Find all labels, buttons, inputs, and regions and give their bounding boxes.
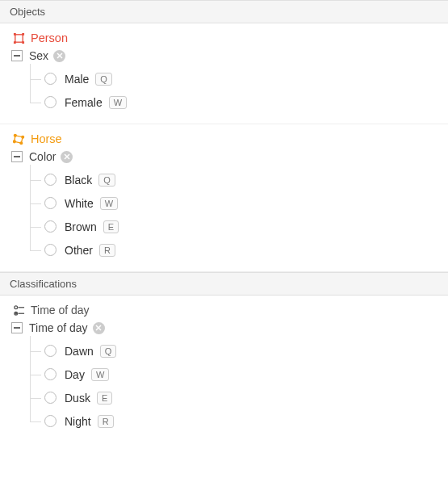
hotkey-badge: R: [98, 415, 114, 428]
svg-rect-3: [13, 41, 15, 44]
object-horse: Horse Color Black Q White W Brown E Othe…: [0, 124, 448, 272]
hotkey-badge: E: [103, 220, 119, 233]
radio-icon[interactable]: [44, 415, 57, 427]
hotkey-badge: W: [109, 96, 127, 109]
option-male[interactable]: Male Q: [44, 67, 437, 90]
clear-icon[interactable]: [61, 151, 73, 163]
object-title-row[interactable]: Horse: [11, 132, 437, 145]
radio-icon[interactable]: [44, 244, 57, 256]
classification-title-row[interactable]: Time of day: [11, 304, 437, 317]
option-other[interactable]: Other R: [44, 238, 437, 262]
option-day[interactable]: Day W: [44, 363, 437, 386]
classification-name: Time of day: [31, 304, 90, 317]
radio-icon: [11, 304, 26, 317]
radio-icon[interactable]: [44, 197, 57, 209]
option-label: Brown: [65, 220, 97, 233]
attribute-row: Time of day: [11, 321, 437, 334]
radio-icon[interactable]: [44, 73, 57, 85]
option-label: Black: [65, 174, 92, 187]
clear-icon[interactable]: [93, 322, 105, 334]
option-dawn[interactable]: Dawn Q: [44, 339, 437, 363]
hotkey-badge: R: [99, 244, 115, 257]
collapse-toggle[interactable]: [11, 50, 23, 61]
option-label: Day: [65, 368, 85, 381]
radio-icon[interactable]: [44, 174, 57, 186]
attribute-row: Color: [11, 150, 437, 163]
attribute-row: Sex: [11, 49, 437, 62]
svg-point-9: [21, 136, 23, 138]
collapse-toggle[interactable]: [11, 151, 23, 162]
hotkey-badge: Q: [98, 174, 115, 187]
objects-section-header: Objects: [0, 0, 448, 23]
option-label: Dawn: [65, 345, 94, 358]
object-name: Horse: [31, 132, 62, 145]
object-name: Person: [31, 31, 68, 44]
svg-point-11: [13, 140, 15, 142]
svg-rect-2: [22, 32, 24, 35]
option-dusk[interactable]: Dusk E: [44, 386, 437, 409]
option-label: White: [65, 197, 94, 210]
classifications-section-header: Classifications: [0, 272, 448, 296]
hotkey-badge: W: [100, 197, 118, 210]
svg-point-14: [14, 305, 17, 308]
radio-icon[interactable]: [44, 392, 57, 404]
hotkey-badge: Q: [95, 73, 112, 86]
option-list: Dawn Q Day W Dusk E Night R: [15, 336, 437, 433]
option-label: Night: [65, 415, 91, 428]
object-title-row[interactable]: Person: [11, 31, 437, 44]
polygon-icon: [11, 133, 26, 145]
option-female[interactable]: Female W: [44, 90, 437, 114]
svg-point-17: [15, 312, 17, 314]
classifications-header-label: Classifications: [10, 278, 77, 290]
bbox-icon: [11, 32, 26, 44]
option-black[interactable]: Black Q: [44, 168, 437, 191]
option-white[interactable]: White W: [44, 191, 437, 215]
option-label: Male: [65, 73, 89, 86]
option-list: Black Q White W Brown E Other R: [15, 165, 437, 262]
radio-icon[interactable]: [44, 368, 57, 380]
option-label: Female: [65, 96, 103, 109]
radio-icon[interactable]: [44, 96, 57, 108]
radio-icon[interactable]: [44, 220, 57, 233]
classification-timeofday: Time of day Time of day Dawn Q Day W Dus…: [0, 296, 448, 442]
attribute-name: Color: [29, 150, 56, 163]
svg-rect-0: [15, 34, 22, 41]
hotkey-badge: E: [97, 392, 112, 405]
attribute-name: Time of day: [29, 321, 88, 334]
svg-point-10: [19, 141, 22, 144]
hotkey-badge: W: [91, 368, 109, 381]
object-person: Person Sex Male Q Female W: [0, 23, 448, 124]
objects-header-label: Objects: [10, 6, 45, 18]
radio-icon[interactable]: [44, 345, 57, 357]
option-label: Dusk: [65, 392, 90, 405]
attribute-name: Sex: [29, 49, 48, 62]
hotkey-badge: Q: [100, 345, 117, 358]
collapse-toggle[interactable]: [11, 322, 23, 333]
svg-rect-4: [22, 41, 24, 44]
svg-point-8: [14, 134, 16, 136]
option-list: Male Q Female W: [15, 64, 437, 114]
option-brown[interactable]: Brown E: [44, 215, 437, 238]
clear-icon[interactable]: [53, 50, 65, 62]
option-label: Other: [65, 244, 93, 257]
option-night[interactable]: Night R: [44, 409, 437, 433]
svg-rect-1: [13, 32, 15, 35]
